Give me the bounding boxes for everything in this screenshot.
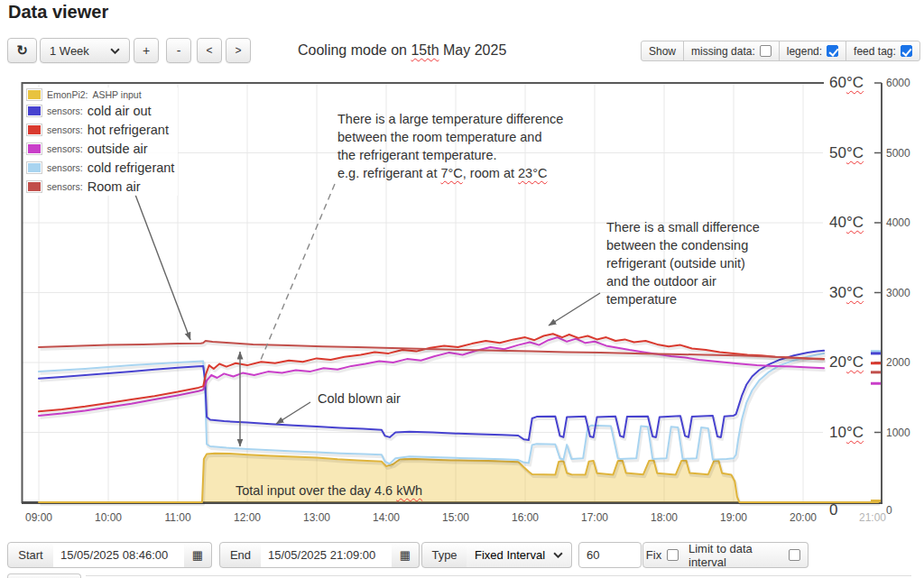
power-axis-tick-label: 2000	[886, 356, 910, 369]
annotation-text: Cold blown air	[318, 391, 401, 406]
legend-feed-name: Room air	[88, 179, 141, 194]
fix-toggle[interactable]: Fix	[642, 542, 682, 568]
show-option-legend[interactable]: legend:	[779, 41, 846, 61]
legend-feed-name: outside air	[88, 142, 148, 156]
x-axis-tick-label: 10:00	[95, 511, 122, 524]
start-datetime-input[interactable]	[53, 548, 184, 562]
temp-tick-value: 10	[829, 424, 846, 441]
show-option-label: legend:	[787, 45, 822, 58]
chart-legend: EmonPi2:ASHP inputsensors:cold air outse…	[26, 87, 178, 196]
annotation-line: temperature	[606, 290, 760, 308]
legend-feed-name: ASHP input	[93, 89, 142, 100]
legend-swatch	[26, 142, 42, 155]
calendar-icon: ▦	[192, 548, 203, 562]
temp-tick-unit: °C	[846, 353, 864, 371]
annotation-cold-air: Cold blown air	[318, 390, 401, 408]
power-axis-tick-label: 0	[886, 504, 892, 517]
zoom-out-button[interactable]: -	[166, 38, 191, 63]
partial-next-row-divider	[86, 575, 911, 576]
limit-label: Limit to data interval	[688, 542, 783, 569]
temp-tick-unit: °C	[846, 284, 864, 301]
power-axis-tick-label: 6000	[886, 77, 910, 89]
checkbox[interactable]	[901, 45, 912, 57]
power-axis-tick-label: 3000	[886, 287, 910, 299]
annotation-line: Cold blown air	[318, 390, 401, 408]
type-select[interactable]: Fixed Interval	[467, 542, 572, 568]
annotation-text: 7°C	[440, 166, 462, 180]
annotation-text: refrigerant (outside unit)	[606, 256, 745, 271]
legend-item[interactable]: sensors:hot refrigerant	[26, 120, 178, 139]
x-axis-tick-label: 13:00	[303, 511, 330, 524]
x-axis-tick-label: 11:00	[164, 511, 190, 524]
annotation-line: There is a large temperature difference	[337, 110, 563, 128]
annotation-line: the refrigerant temperature.	[337, 146, 563, 164]
annotation-line: between the room temperature and	[337, 128, 563, 146]
temp-tick-value: 50	[829, 144, 846, 161]
annotation-big-diff: There is a large temperature differenceb…	[337, 110, 563, 182]
show-option-missing-data[interactable]: missing data:	[683, 41, 780, 61]
show-option-feed-tag[interactable]: feed tag:	[845, 41, 920, 61]
legend-feed-tag: sensors:	[47, 106, 83, 116]
checkbox[interactable]	[760, 45, 772, 57]
refresh-button[interactable]: ↻	[7, 38, 37, 63]
legend-item[interactable]: EmonPi2:ASHP input	[26, 87, 178, 101]
annotation-small-diff: There is a small differencebetween the c…	[606, 218, 760, 308]
end-datetime-field-wrap	[261, 542, 393, 568]
show-option-label: missing data:	[691, 45, 755, 58]
start-calendar-button[interactable]: ▦	[184, 542, 212, 568]
chart-title: Cooling mode on 15th May 2025	[298, 42, 506, 59]
end-label: End	[219, 542, 262, 568]
end-datetime-input[interactable]	[261, 548, 392, 562]
temp-tick-value: 40	[829, 214, 846, 231]
chart-title-segment: May 2025	[439, 42, 507, 58]
temp-axis-tick-label: 40°C	[829, 214, 864, 232]
temp-tick-value: 20	[829, 353, 846, 371]
annotation-line: refrigerant (outside unit)	[606, 254, 760, 272]
top-toolbar: ↻ 1 Week + - < > Cooling mode on 15th Ma…	[7, 38, 917, 67]
x-axis-tick-label: 09:00	[25, 511, 52, 524]
range-select[interactable]: 1 Week	[40, 38, 130, 63]
annotation-line: and the outdoor air	[606, 272, 760, 290]
x-axis-tick-label: 15:00	[442, 511, 469, 524]
annotation-text: Total input over the day 4.6	[236, 483, 396, 498]
temp-tick-unit: °C	[846, 144, 864, 161]
temp-axis-tick-label: 60°C	[829, 74, 864, 92]
limit-toggle[interactable]: Limit to data interval	[681, 542, 808, 568]
annotation-line: e.g. refrigerant at 7°C, room at 23°C	[337, 164, 563, 182]
legend-item[interactable]: sensors:cold refrigerant	[26, 158, 178, 177]
show-label: Show	[641, 41, 684, 61]
checkbox[interactable]	[827, 45, 838, 57]
x-axis-tick-label: 16:00	[512, 511, 539, 524]
limit-checkbox[interactable]	[789, 549, 800, 561]
legend-feed-name: hot refrigerant	[88, 123, 169, 137]
end-calendar-button[interactable]: ▦	[392, 542, 420, 568]
start-label: Start	[7, 542, 54, 568]
legend-item[interactable]: sensors:cold air out	[26, 101, 178, 120]
x-axis-tick-label: 20:00	[790, 511, 817, 524]
partial-next-row-button	[7, 573, 81, 578]
x-axis-tick-label: 12:00	[234, 511, 261, 524]
annotation-text: e.g. refrigerant at	[337, 166, 440, 180]
zoom-in-button[interactable]: +	[134, 38, 159, 63]
chevron-down-icon	[553, 552, 563, 558]
temp-tick-unit: °C	[846, 424, 864, 441]
data-viewer-page: Data viewer ↻ 1 Week + - < > Cooling mod…	[0, 0, 924, 578]
legend-swatch	[26, 105, 42, 117]
legend-item[interactable]: sensors:Room air	[26, 177, 178, 196]
power-axis-tick-label: 4000	[886, 216, 910, 229]
annotation-text: 23°C	[518, 166, 547, 180]
pan-right-button[interactable]: >	[226, 38, 251, 63]
annotation-text: temperature	[606, 292, 677, 307]
pan-left-button[interactable]: <	[197, 38, 222, 63]
fix-checkbox[interactable]	[667, 549, 679, 561]
legend-swatch	[26, 88, 42, 101]
annotation-total: Total input over the day 4.6 kWh	[236, 482, 422, 500]
interval-input[interactable]	[579, 548, 641, 562]
annotation-line: Total input over the day 4.6 kWh	[236, 482, 422, 500]
legend-swatch	[26, 161, 42, 174]
temp-axis-tick-label: 0	[829, 501, 837, 519]
legend-item[interactable]: sensors:outside air	[26, 139, 178, 158]
annotation-text: between the room temperature and	[337, 130, 542, 144]
page-title: Data viewer	[8, 2, 108, 23]
temp-tick-unit: °C	[846, 74, 864, 91]
